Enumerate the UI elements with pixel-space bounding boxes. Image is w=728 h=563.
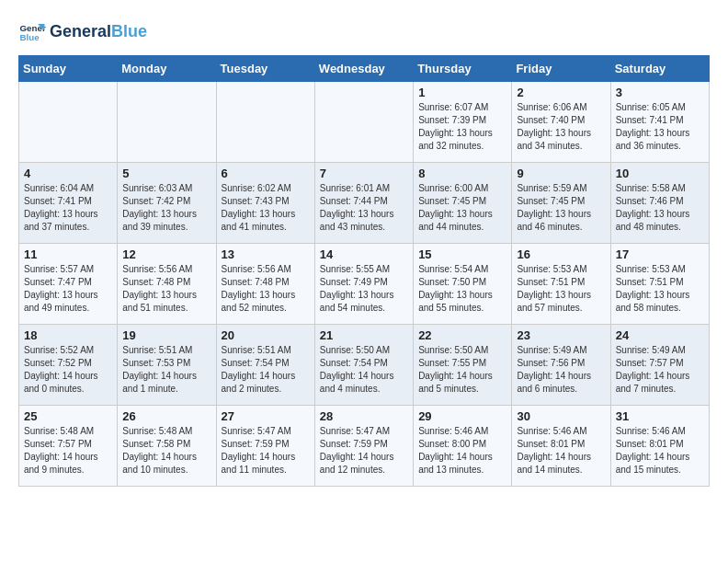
calendar-cell: 30Sunrise: 5:46 AM Sunset: 8:01 PM Dayli… xyxy=(512,406,610,487)
calendar-cell: 1Sunrise: 6:07 AM Sunset: 7:39 PM Daylig… xyxy=(414,82,512,163)
calendar-cell: 5Sunrise: 6:03 AM Sunset: 7:42 PM Daylig… xyxy=(118,163,216,244)
day-number: 27 xyxy=(222,409,310,423)
day-number: 9 xyxy=(517,167,605,180)
day-info: Sunrise: 6:00 AM Sunset: 7:45 PM Dayligh… xyxy=(418,182,506,234)
calendar-cell: 3Sunrise: 6:05 AM Sunset: 7:41 PM Daylig… xyxy=(610,82,709,163)
day-number: 21 xyxy=(320,328,408,342)
day-number: 12 xyxy=(122,247,210,261)
header-thursday: Thursday xyxy=(414,56,512,82)
day-info: Sunrise: 5:57 AM Sunset: 7:47 PM Dayligh… xyxy=(24,263,112,315)
calendar-cell: 21Sunrise: 5:50 AM Sunset: 7:54 PM Dayli… xyxy=(314,325,413,406)
logo-icon: General Blue xyxy=(18,18,46,46)
day-info: Sunrise: 5:46 AM Sunset: 8:01 PM Dayligh… xyxy=(616,425,704,477)
day-number: 2 xyxy=(517,86,605,99)
day-number: 10 xyxy=(616,167,704,180)
calendar-cell: 15Sunrise: 5:54 AM Sunset: 7:50 PM Dayli… xyxy=(414,244,512,325)
calendar-cell xyxy=(314,82,413,163)
day-info: Sunrise: 5:54 AM Sunset: 7:50 PM Dayligh… xyxy=(418,263,506,315)
calendar-cell xyxy=(19,82,118,163)
day-number: 3 xyxy=(616,86,704,99)
calendar-cell: 26Sunrise: 5:48 AM Sunset: 7:58 PM Dayli… xyxy=(118,406,216,487)
calendar-cell: 22Sunrise: 5:50 AM Sunset: 7:55 PM Dayli… xyxy=(414,325,512,406)
day-info: Sunrise: 5:51 AM Sunset: 7:54 PM Dayligh… xyxy=(222,344,310,396)
day-info: Sunrise: 5:56 AM Sunset: 7:48 PM Dayligh… xyxy=(122,263,210,315)
header-saturday: Saturday xyxy=(610,56,709,82)
day-number: 22 xyxy=(418,328,506,342)
calendar-cell: 9Sunrise: 5:59 AM Sunset: 7:45 PM Daylig… xyxy=(512,163,610,244)
calendar-cell xyxy=(216,82,314,163)
logo: General Blue GeneralBlue xyxy=(18,18,147,46)
day-number: 15 xyxy=(418,247,506,261)
day-number: 17 xyxy=(616,247,704,261)
calendar-cell: 28Sunrise: 5:47 AM Sunset: 7:59 PM Dayli… xyxy=(314,406,413,487)
day-number: 16 xyxy=(517,247,605,261)
day-info: Sunrise: 6:06 AM Sunset: 7:40 PM Dayligh… xyxy=(517,101,605,153)
calendar-cell: 27Sunrise: 5:47 AM Sunset: 7:59 PM Dayli… xyxy=(216,406,314,487)
logo-text: GeneralBlue xyxy=(50,23,147,41)
day-number: 7 xyxy=(320,167,408,180)
day-number: 23 xyxy=(517,328,605,342)
calendar-cell: 10Sunrise: 5:58 AM Sunset: 7:46 PM Dayli… xyxy=(610,163,709,244)
day-info: Sunrise: 6:01 AM Sunset: 7:44 PM Dayligh… xyxy=(320,182,408,234)
day-number: 19 xyxy=(122,328,210,342)
calendar-cell: 16Sunrise: 5:53 AM Sunset: 7:51 PM Dayli… xyxy=(512,244,610,325)
calendar-cell: 12Sunrise: 5:56 AM Sunset: 7:48 PM Dayli… xyxy=(118,244,216,325)
calendar-cell: 6Sunrise: 6:02 AM Sunset: 7:43 PM Daylig… xyxy=(216,163,314,244)
calendar-cell: 7Sunrise: 6:01 AM Sunset: 7:44 PM Daylig… xyxy=(314,163,413,244)
day-info: Sunrise: 5:53 AM Sunset: 7:51 PM Dayligh… xyxy=(517,263,605,315)
page-header: General Blue GeneralBlue xyxy=(18,18,710,46)
calendar-cell: 19Sunrise: 5:51 AM Sunset: 7:53 PM Dayli… xyxy=(118,325,216,406)
day-info: Sunrise: 5:47 AM Sunset: 7:59 PM Dayligh… xyxy=(320,425,408,477)
day-number: 1 xyxy=(418,86,506,99)
header-monday: Monday xyxy=(118,56,216,82)
day-info: Sunrise: 5:46 AM Sunset: 8:01 PM Dayligh… xyxy=(517,425,605,477)
day-number: 31 xyxy=(616,409,704,423)
day-number: 24 xyxy=(616,328,704,342)
day-info: Sunrise: 5:55 AM Sunset: 7:49 PM Dayligh… xyxy=(320,263,408,315)
day-info: Sunrise: 5:48 AM Sunset: 7:57 PM Dayligh… xyxy=(24,425,112,477)
day-info: Sunrise: 5:56 AM Sunset: 7:48 PM Dayligh… xyxy=(222,263,310,315)
day-number: 30 xyxy=(517,409,605,423)
day-info: Sunrise: 5:51 AM Sunset: 7:53 PM Dayligh… xyxy=(122,344,210,396)
day-info: Sunrise: 5:46 AM Sunset: 8:00 PM Dayligh… xyxy=(418,425,506,477)
day-number: 11 xyxy=(24,247,112,261)
calendar-week-row: 18Sunrise: 5:52 AM Sunset: 7:52 PM Dayli… xyxy=(19,325,710,406)
header-friday: Friday xyxy=(512,56,610,82)
day-info: Sunrise: 5:47 AM Sunset: 7:59 PM Dayligh… xyxy=(222,425,310,477)
day-number: 29 xyxy=(418,409,506,423)
day-number: 5 xyxy=(122,167,210,180)
day-number: 14 xyxy=(320,247,408,261)
calendar-cell: 18Sunrise: 5:52 AM Sunset: 7:52 PM Dayli… xyxy=(19,325,118,406)
day-number: 4 xyxy=(24,167,112,180)
calendar-cell: 2Sunrise: 6:06 AM Sunset: 7:40 PM Daylig… xyxy=(512,82,610,163)
day-info: Sunrise: 5:58 AM Sunset: 7:46 PM Dayligh… xyxy=(616,182,704,234)
calendar-cell: 11Sunrise: 5:57 AM Sunset: 7:47 PM Dayli… xyxy=(19,244,118,325)
day-number: 13 xyxy=(222,247,310,261)
day-info: Sunrise: 5:49 AM Sunset: 7:57 PM Dayligh… xyxy=(616,344,704,396)
day-info: Sunrise: 6:07 AM Sunset: 7:39 PM Dayligh… xyxy=(418,101,506,153)
calendar-cell: 13Sunrise: 5:56 AM Sunset: 7:48 PM Dayli… xyxy=(216,244,314,325)
calendar-table: SundayMondayTuesdayWednesdayThursdayFrid… xyxy=(18,55,710,487)
day-info: Sunrise: 5:50 AM Sunset: 7:54 PM Dayligh… xyxy=(320,344,408,396)
day-number: 26 xyxy=(122,409,210,423)
day-info: Sunrise: 5:50 AM Sunset: 7:55 PM Dayligh… xyxy=(418,344,506,396)
day-number: 25 xyxy=(24,409,112,423)
calendar-header-row: SundayMondayTuesdayWednesdayThursdayFrid… xyxy=(19,56,710,82)
day-number: 6 xyxy=(222,167,310,180)
day-info: Sunrise: 5:48 AM Sunset: 7:58 PM Dayligh… xyxy=(122,425,210,477)
day-info: Sunrise: 6:03 AM Sunset: 7:42 PM Dayligh… xyxy=(122,182,210,234)
calendar-cell: 14Sunrise: 5:55 AM Sunset: 7:49 PM Dayli… xyxy=(314,244,413,325)
calendar-cell: 8Sunrise: 6:00 AM Sunset: 7:45 PM Daylig… xyxy=(414,163,512,244)
calendar-cell: 29Sunrise: 5:46 AM Sunset: 8:00 PM Dayli… xyxy=(414,406,512,487)
calendar-cell: 31Sunrise: 5:46 AM Sunset: 8:01 PM Dayli… xyxy=(610,406,709,487)
calendar-cell: 20Sunrise: 5:51 AM Sunset: 7:54 PM Dayli… xyxy=(216,325,314,406)
calendar-week-row: 25Sunrise: 5:48 AM Sunset: 7:57 PM Dayli… xyxy=(19,406,710,487)
calendar-cell xyxy=(118,82,216,163)
day-number: 28 xyxy=(320,409,408,423)
header-sunday: Sunday xyxy=(19,56,118,82)
calendar-week-row: 1Sunrise: 6:07 AM Sunset: 7:39 PM Daylig… xyxy=(19,82,710,163)
calendar-cell: 24Sunrise: 5:49 AM Sunset: 7:57 PM Dayli… xyxy=(610,325,709,406)
day-info: Sunrise: 6:04 AM Sunset: 7:41 PM Dayligh… xyxy=(24,182,112,234)
day-info: Sunrise: 5:49 AM Sunset: 7:56 PM Dayligh… xyxy=(517,344,605,396)
header-wednesday: Wednesday xyxy=(314,56,413,82)
